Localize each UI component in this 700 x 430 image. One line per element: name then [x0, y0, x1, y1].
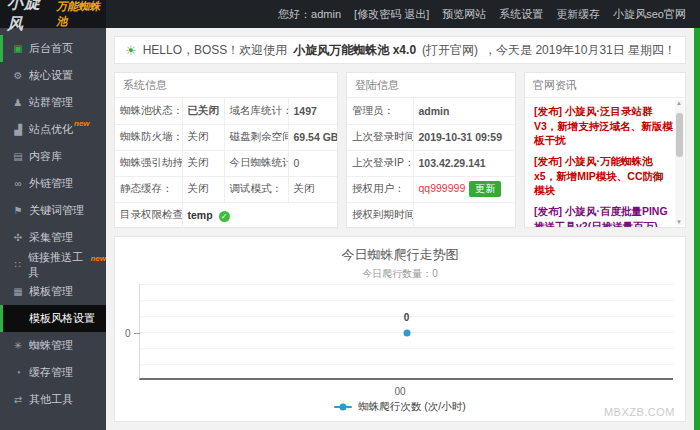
- table-row: 蜘蛛防火墙： 关闭 磁盘剩余空间： 69.54 GB: [115, 124, 337, 150]
- label: 管理员：: [347, 98, 413, 124]
- sidebar-item-content-library[interactable]: ▤ 内容库: [0, 143, 106, 170]
- home-icon: ▣: [11, 43, 25, 54]
- sidebar-item-label: 站点优化: [29, 122, 73, 137]
- official-news-title: 官网资讯: [525, 73, 685, 98]
- sidebar-item-cache-management[interactable]: ◔ 缓存管理: [0, 359, 106, 386]
- table-row: 蜘蛛强引劫持： 关闭 今日蜘蛛统计： 0: [115, 150, 337, 176]
- label: 授权用户：: [347, 176, 413, 202]
- site-group-icon: ♟: [11, 97, 25, 108]
- open-official-site-link[interactable]: (打开官网): [422, 42, 478, 59]
- official-news-panel: 官网资讯 [发布] 小旋风·泛目录站群V3，新增支持泛域名、新版模板干扰 [发布…: [524, 72, 686, 228]
- sidebar-item-label: 采集管理: [29, 230, 73, 245]
- sidebar-item-external-links[interactable]: ∞ 外链管理: [0, 170, 106, 197]
- label: 授权到期时间：: [347, 202, 413, 228]
- admin-username-value: admin: [413, 98, 515, 124]
- chart-plot-area: 0 0: [139, 284, 673, 380]
- sidebar-item-site-group[interactable]: ♟ 站群管理: [0, 89, 106, 116]
- table-row: 上次登录时间： 2019-10-31 09:59: [347, 124, 515, 150]
- sidebar-item-label: 内容库: [29, 149, 62, 164]
- welcome-date-text: ，今天是 2019年10月31日 星期四！: [484, 42, 676, 59]
- news-link[interactable]: [发布] 小旋风·百度批量PING推送工具v2(日推送量百万): [534, 204, 673, 228]
- sidebar-item-dashboard[interactable]: ▣ 后台首页: [0, 35, 106, 62]
- label: 磁盘剩余空间：: [224, 124, 288, 150]
- login-info-title: 登陆信息: [347, 73, 515, 98]
- y-axis-tick-label: 0: [125, 327, 131, 338]
- greeting-text: 您好：admin: [278, 7, 341, 22]
- auth-expiry-value: [413, 202, 515, 228]
- sidebar-item-label: 站群管理: [29, 95, 73, 110]
- sidebar-item-label: 链接推送工具: [28, 250, 89, 280]
- y-axis-tick-mark: [134, 333, 140, 334]
- menu-change-password-logout[interactable]: [修改密码 退出]: [354, 7, 429, 22]
- menu-update-cache[interactable]: 更新缓存: [556, 7, 600, 22]
- sidebar-item-templates[interactable]: ▦ 模板管理: [0, 278, 106, 305]
- label: 上次登录IP：: [347, 150, 413, 176]
- tools-icon: ⇄: [11, 394, 25, 405]
- menu-preview-site[interactable]: 预览网站: [442, 7, 486, 22]
- sidebar-item-label: 其他工具: [29, 392, 73, 407]
- static-cache-status-value: 关闭: [182, 176, 224, 202]
- login-info-table: 管理员： admin 上次登录时间： 2019-10-31 09:59 上次登录…: [347, 98, 515, 228]
- new-badge: new: [74, 119, 90, 128]
- sidebar-item-label: 外链管理: [29, 176, 73, 191]
- sidebar-item-core-settings[interactable]: ⚙ 核心设置: [0, 62, 106, 89]
- table-row: 授权到期时间：: [347, 202, 515, 228]
- hijack-status-value: 关闭: [182, 150, 224, 176]
- firewall-status-value: 关闭: [182, 124, 224, 150]
- logo-secondary-text: 万能蜘蛛池: [56, 0, 106, 29]
- news-link[interactable]: [发布] 小旋风·泛目录站群V3，新增支持泛域名、新版模板干扰: [534, 104, 673, 148]
- domain-count-value: 1497: [288, 98, 337, 124]
- label: 蜘蛛池状态：: [115, 98, 182, 124]
- label: 调试模式：: [224, 176, 288, 202]
- info-panels-row: 系统信息 蜘蛛池状态： 已关闭 域名库统计： 1497 蜘蛛防火墙： 关闭 磁盘…: [114, 72, 686, 228]
- authorized-user-cell: qq999999更新: [413, 176, 515, 202]
- optimize-chart-icon: ▟: [11, 124, 25, 135]
- permission-check-value: temp: [188, 209, 213, 221]
- legend-line-marker-icon: [334, 406, 352, 408]
- legend-dot-icon: [340, 404, 347, 411]
- sidebar-item-template-style-settings[interactable]: 模板风格设置: [0, 305, 106, 332]
- news-list: [发布] 小旋风·泛目录站群V3，新增支持泛域名、新版模板干扰 [发布] 小旋风…: [525, 98, 685, 228]
- news-scrollbar[interactable]: [675, 100, 684, 225]
- system-info-panel: 系统信息 蜘蛛池状态： 已关闭 域名库统计： 1497 蜘蛛防火墙： 关闭 磁盘…: [114, 72, 338, 228]
- x-axis-tick-label: 00: [394, 386, 405, 397]
- sidebar-item-spider-management[interactable]: ✳ 蜘蛛管理: [0, 332, 106, 359]
- table-row: 静态缓存： 关闭 调试模式： 关闭: [115, 176, 337, 202]
- sidebar: ▣ 后台首页 ⚙ 核心设置 ♟ 站群管理 ▟ 站点优化 new ▤ 内容库 ∞ …: [0, 28, 106, 430]
- sidebar-item-site-optimize[interactable]: ▟ 站点优化 new: [0, 116, 106, 143]
- update-button[interactable]: 更新: [469, 181, 501, 197]
- push-grid-icon: ∷: [11, 259, 24, 270]
- gear-icon: ⚙: [11, 70, 25, 81]
- welcome-bar: ☀ HELLO，BOSS！欢迎使用 小旋风万能蜘蛛池 x4.0 (打开官网) ，…: [114, 36, 686, 64]
- chart-subtitle: 今日爬行数量：0: [115, 267, 685, 281]
- menu-official-seo-site[interactable]: 小旋风seo官网: [613, 7, 686, 22]
- label: 域名库统计：: [224, 98, 288, 124]
- label: 今日蜘蛛统计：: [224, 150, 288, 176]
- sidebar-item-label: 模板管理: [29, 284, 73, 299]
- sidebar-item-link-push-tools[interactable]: ∷ 链接推送工具 new: [0, 251, 106, 278]
- sidebar-item-other-tools[interactable]: ⇄ 其他工具: [0, 386, 106, 413]
- menu-system-settings[interactable]: 系统设置: [499, 7, 543, 22]
- data-point-label: 0: [404, 312, 410, 323]
- welcome-text: HELLO，BOSS！欢迎使用: [143, 42, 288, 59]
- table-row: 目录权限检查： temp ✓: [115, 202, 337, 228]
- legend-item[interactable]: 蜘蛛爬行次数 (次/小时): [115, 400, 685, 414]
- top-header: 小旋风 万能蜘蛛池 您好：admin [修改密码 退出] 预览网站 系统设置 更…: [0, 0, 700, 28]
- watermark: MBXZB.COM: [604, 406, 675, 418]
- authorized-user-value: qq999999: [419, 182, 466, 194]
- sidebar-item-label: 后台首页: [29, 41, 73, 56]
- chart-title: 今日蜘蛛爬行走势图: [115, 246, 685, 264]
- app-logo: 小旋风 万能蜘蛛池: [0, 0, 106, 28]
- label: 蜘蛛强引劫持：: [115, 150, 182, 176]
- header-menu: 您好：admin [修改密码 退出] 预览网站 系统设置 更新缓存 小旋风seo…: [106, 0, 700, 28]
- logo-primary-text: 小旋风: [7, 0, 53, 35]
- scrollbar-thumb[interactable]: [676, 113, 683, 157]
- sidebar-item-label: 蜘蛛管理: [29, 338, 73, 353]
- sidebar-item-keywords[interactable]: ⚑ 关键词管理: [0, 197, 106, 224]
- template-icon: ▦: [11, 286, 25, 297]
- system-info-title: 系统信息: [115, 73, 337, 98]
- login-info-panel: 登陆信息 管理员： admin 上次登录时间： 2019-10-31 09:59…: [346, 72, 516, 228]
- legend-label: 蜘蛛爬行次数 (次/小时): [358, 400, 465, 414]
- news-link[interactable]: [发布] 小旋风·万能蜘蛛池x5，新增MIP模块、CC防御模块: [534, 154, 673, 198]
- sidebar-item-collection[interactable]: ✣ 采集管理: [0, 224, 106, 251]
